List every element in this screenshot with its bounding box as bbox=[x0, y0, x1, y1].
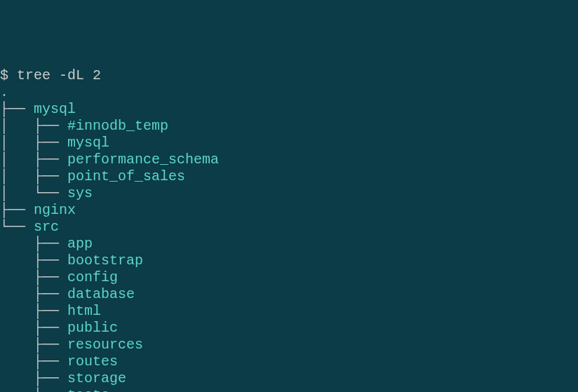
tree-row: ├── routes bbox=[0, 353, 578, 370]
directory-name: performance_schema bbox=[67, 151, 219, 168]
tree-row: ├── bootstrap bbox=[0, 252, 578, 269]
directory-name: html bbox=[67, 303, 101, 319]
tree-row: │ ├── mysql bbox=[0, 135, 578, 151]
directory-name: #innodb_temp bbox=[67, 118, 168, 134]
tree-prefix: ├── bbox=[0, 252, 67, 269]
directory-name: sys bbox=[67, 185, 93, 201]
tree-row: ├── tests bbox=[0, 387, 578, 392]
directory-name: tests bbox=[67, 387, 109, 392]
tree-prefix: └── bbox=[0, 219, 34, 235]
tree-prefix: │ ├── bbox=[0, 168, 67, 184]
tree-prefix: │ ├── bbox=[0, 118, 67, 134]
tree-prefix: ├── bbox=[0, 286, 67, 302]
command-line[interactable]: $ tree -dL 2 bbox=[0, 67, 578, 84]
tree-prefix: ├── bbox=[0, 303, 67, 319]
tree-prefix: ├── bbox=[0, 370, 67, 386]
tree-row: ├── nginx bbox=[0, 202, 578, 219]
tree-prefix: │ ├── bbox=[0, 135, 67, 151]
tree-prefix: ├── bbox=[0, 353, 67, 370]
directory-name: app bbox=[67, 236, 93, 252]
directory-name: storage bbox=[67, 370, 126, 386]
tree-prefix: ├── bbox=[0, 202, 34, 218]
command-text: tree -dL 2 bbox=[17, 67, 101, 83]
root-line: . bbox=[0, 84, 578, 101]
directory-name: resources bbox=[67, 337, 143, 353]
tree-row: ├── mysql bbox=[0, 101, 578, 118]
tree-row: ├── storage bbox=[0, 370, 578, 387]
tree-prefix: ├── bbox=[0, 101, 34, 117]
prompt-symbol: $ bbox=[0, 67, 17, 83]
tree-row: │ └── sys bbox=[0, 185, 578, 202]
tree-row: │ ├── #innodb_temp bbox=[0, 118, 578, 135]
directory-name: src bbox=[34, 219, 59, 235]
tree-prefix: ├── bbox=[0, 269, 67, 285]
tree-row: ├── html bbox=[0, 303, 578, 320]
tree-row: ├── public bbox=[0, 320, 578, 337]
directory-name: config bbox=[67, 269, 118, 285]
tree-prefix: ├── bbox=[0, 387, 67, 392]
tree-output: ├── mysql│ ├── #innodb_temp│ ├── mysql│ … bbox=[0, 101, 578, 392]
tree-row: ├── resources bbox=[0, 337, 578, 353]
tree-prefix: │ └── bbox=[0, 185, 67, 201]
tree-prefix: ├── bbox=[0, 320, 67, 336]
root-dot: . bbox=[0, 84, 8, 100]
tree-row: │ ├── performance_schema bbox=[0, 151, 578, 168]
tree-row: ├── config bbox=[0, 269, 578, 286]
directory-name: routes bbox=[67, 353, 118, 370]
directory-name: database bbox=[67, 286, 135, 302]
directory-name: point_of_sales bbox=[67, 168, 185, 184]
tree-prefix: │ ├── bbox=[0, 151, 67, 168]
directory-name: mysql bbox=[67, 135, 109, 151]
tree-row: └── src bbox=[0, 219, 578, 236]
directory-name: mysql bbox=[34, 101, 76, 117]
directory-name: bootstrap bbox=[67, 252, 143, 269]
directory-name: public bbox=[67, 320, 118, 336]
tree-prefix: ├── bbox=[0, 337, 67, 353]
tree-row: ├── app bbox=[0, 236, 578, 252]
tree-row: │ ├── point_of_sales bbox=[0, 168, 578, 185]
tree-row: ├── database bbox=[0, 286, 578, 303]
tree-prefix: ├── bbox=[0, 236, 67, 252]
directory-name: nginx bbox=[34, 202, 76, 218]
